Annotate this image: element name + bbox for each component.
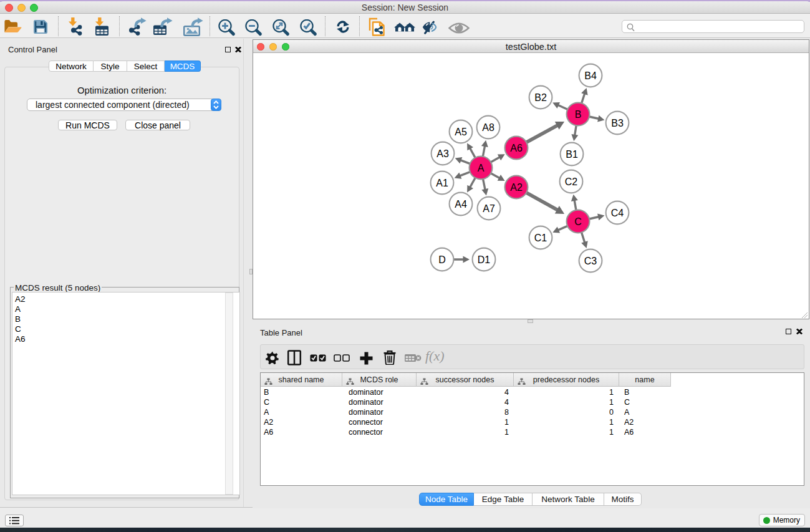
svg-text:B3: B3	[611, 118, 624, 128]
svg-text:A2: A2	[510, 182, 523, 193]
svg-text:C: C	[574, 216, 582, 227]
svg-text:C2: C2	[565, 177, 578, 187]
svg-text:B: B	[575, 109, 582, 120]
svg-text:A1: A1	[436, 178, 448, 188]
svg-text:A5: A5	[455, 127, 467, 137]
svg-text:B2: B2	[534, 92, 547, 103]
svg-text:C1: C1	[534, 233, 547, 243]
svg-text:B1: B1	[566, 149, 578, 160]
svg-text:A6: A6	[510, 143, 523, 153]
svg-text:D1: D1	[478, 254, 491, 265]
svg-text:A8: A8	[482, 122, 494, 133]
svg-text:B4: B4	[584, 70, 597, 81]
svg-text:A: A	[478, 163, 485, 173]
svg-text:A3: A3	[436, 148, 449, 159]
svg-text:D: D	[438, 254, 446, 265]
svg-text:C4: C4	[611, 208, 624, 218]
svg-text:A7: A7	[483, 203, 495, 214]
svg-text:C3: C3	[584, 256, 597, 266]
svg-text:A4: A4	[455, 199, 467, 210]
